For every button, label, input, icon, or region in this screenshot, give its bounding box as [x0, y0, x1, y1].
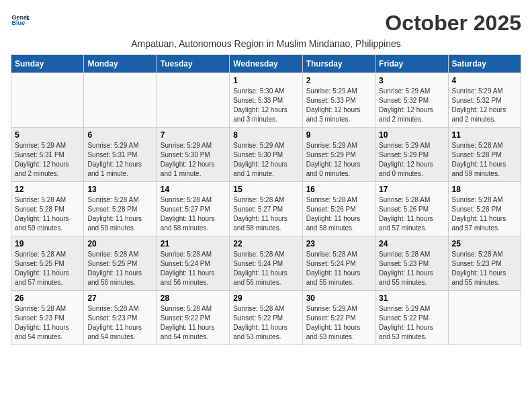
calendar-cell: [157, 73, 229, 128]
calendar-cell: 23Sunrise: 5:28 AMSunset: 5:24 PMDayligh…: [302, 236, 375, 291]
calendar-subtitle: Ampatuan, Autonomous Region in Muslim Mi…: [11, 38, 521, 49]
calendar-cell: 10Sunrise: 5:29 AMSunset: 5:29 PMDayligh…: [375, 128, 448, 182]
day-number: 28: [161, 293, 226, 303]
day-info: Sunrise: 5:28 AMSunset: 5:22 PMDaylight:…: [161, 304, 226, 342]
day-info: Sunrise: 5:28 AMSunset: 5:27 PMDaylight:…: [161, 195, 226, 233]
calendar-cell: 18Sunrise: 5:28 AMSunset: 5:26 PMDayligh…: [448, 182, 521, 236]
calendar-cell: 27Sunrise: 5:28 AMSunset: 5:23 PMDayligh…: [84, 291, 157, 345]
calendar-cell: 19Sunrise: 5:28 AMSunset: 5:25 PMDayligh…: [11, 236, 84, 291]
calendar-cell: 25Sunrise: 5:28 AMSunset: 5:23 PMDayligh…: [448, 236, 521, 291]
day-info: Sunrise: 5:30 AMSunset: 5:33 PMDaylight:…: [233, 87, 298, 124]
column-header-tuesday: Tuesday: [157, 55, 229, 73]
day-info: Sunrise: 5:29 AMSunset: 5:31 PMDaylight:…: [87, 141, 152, 179]
day-info: Sunrise: 5:29 AMSunset: 5:29 PMDaylight:…: [379, 141, 444, 179]
day-number: 1: [233, 76, 298, 85]
day-info: Sunrise: 5:28 AMSunset: 5:24 PMDaylight:…: [306, 250, 371, 287]
day-info: Sunrise: 5:28 AMSunset: 5:26 PMDaylight:…: [306, 195, 371, 233]
calendar-cell: 24Sunrise: 5:28 AMSunset: 5:23 PMDayligh…: [375, 236, 448, 291]
calendar-cell: 22Sunrise: 5:28 AMSunset: 5:24 PMDayligh…: [230, 236, 302, 291]
day-info: Sunrise: 5:28 AMSunset: 5:24 PMDaylight:…: [161, 250, 226, 287]
day-info: Sunrise: 5:29 AMSunset: 5:31 PMDaylight:…: [15, 141, 80, 179]
day-number: 2: [306, 76, 371, 85]
day-info: Sunrise: 5:28 AMSunset: 5:23 PMDaylight:…: [379, 250, 444, 287]
day-number: 31: [379, 293, 444, 303]
day-info: Sunrise: 5:28 AMSunset: 5:27 PMDaylight:…: [233, 195, 298, 233]
day-number: 9: [306, 130, 371, 140]
day-number: 15: [233, 185, 298, 194]
calendar-cell: 16Sunrise: 5:28 AMSunset: 5:26 PMDayligh…: [302, 182, 375, 236]
day-info: Sunrise: 5:28 AMSunset: 5:25 PMDaylight:…: [15, 250, 80, 287]
calendar-cell: 20Sunrise: 5:28 AMSunset: 5:25 PMDayligh…: [84, 236, 157, 291]
svg-text:Blue: Blue: [11, 19, 25, 26]
day-number: 12: [15, 185, 80, 194]
day-info: Sunrise: 5:29 AMSunset: 5:32 PMDaylight:…: [379, 87, 444, 124]
day-info: Sunrise: 5:28 AMSunset: 5:25 PMDaylight:…: [87, 250, 152, 287]
day-number: 10: [379, 130, 444, 140]
calendar-cell: 1Sunrise: 5:30 AMSunset: 5:33 PMDaylight…: [230, 73, 302, 128]
calendar-cell: 29Sunrise: 5:28 AMSunset: 5:22 PMDayligh…: [230, 291, 302, 345]
day-info: Sunrise: 5:29 AMSunset: 5:30 PMDaylight:…: [233, 141, 298, 179]
day-number: 13: [87, 185, 152, 194]
calendar-cell: [448, 291, 521, 345]
day-number: 3: [379, 76, 444, 85]
calendar-cell: 15Sunrise: 5:28 AMSunset: 5:27 PMDayligh…: [230, 182, 302, 236]
day-info: Sunrise: 5:28 AMSunset: 5:28 PMDaylight:…: [15, 195, 80, 233]
day-number: 11: [452, 130, 517, 140]
day-number: 17: [379, 185, 444, 194]
day-info: Sunrise: 5:28 AMSunset: 5:24 PMDaylight:…: [233, 250, 298, 287]
column-header-wednesday: Wednesday: [230, 55, 302, 73]
day-info: Sunrise: 5:28 AMSunset: 5:23 PMDaylight:…: [452, 250, 517, 287]
day-info: Sunrise: 5:28 AMSunset: 5:22 PMDaylight:…: [233, 304, 298, 342]
day-number: 25: [452, 239, 517, 248]
day-number: 14: [161, 185, 226, 194]
day-info: Sunrise: 5:28 AMSunset: 5:28 PMDaylight:…: [452, 141, 517, 179]
day-number: 24: [379, 239, 444, 248]
day-number: 30: [306, 293, 371, 303]
day-number: 4: [452, 76, 517, 85]
day-number: 6: [87, 130, 152, 140]
day-number: 8: [233, 130, 298, 140]
calendar-cell: 13Sunrise: 5:28 AMSunset: 5:28 PMDayligh…: [84, 182, 157, 236]
day-number: 23: [306, 239, 371, 248]
calendar-cell: 7Sunrise: 5:29 AMSunset: 5:30 PMDaylight…: [157, 128, 229, 182]
day-info: Sunrise: 5:29 AMSunset: 5:33 PMDaylight:…: [306, 87, 371, 124]
day-number: 20: [87, 239, 152, 248]
day-info: Sunrise: 5:28 AMSunset: 5:23 PMDaylight:…: [15, 304, 80, 342]
calendar-cell: 11Sunrise: 5:28 AMSunset: 5:28 PMDayligh…: [448, 128, 521, 182]
calendar-cell: 3Sunrise: 5:29 AMSunset: 5:32 PMDaylight…: [375, 73, 448, 128]
calendar-cell: 9Sunrise: 5:29 AMSunset: 5:29 PMDaylight…: [302, 128, 375, 182]
calendar-cell: 30Sunrise: 5:29 AMSunset: 5:22 PMDayligh…: [302, 291, 375, 345]
column-header-monday: Monday: [84, 55, 157, 73]
day-number: 26: [15, 293, 80, 303]
logo: General Blue: [11, 11, 30, 30]
calendar-cell: 14Sunrise: 5:28 AMSunset: 5:27 PMDayligh…: [157, 182, 229, 236]
calendar-cell: 31Sunrise: 5:29 AMSunset: 5:22 PMDayligh…: [375, 291, 448, 345]
day-info: Sunrise: 5:29 AMSunset: 5:32 PMDaylight:…: [452, 87, 517, 124]
day-info: Sunrise: 5:28 AMSunset: 5:26 PMDaylight:…: [379, 195, 444, 233]
month-title: October 2025: [385, 11, 521, 36]
day-number: 7: [161, 130, 226, 140]
day-number: 5: [15, 130, 80, 140]
column-header-friday: Friday: [375, 55, 448, 73]
calendar-cell: 17Sunrise: 5:28 AMSunset: 5:26 PMDayligh…: [375, 182, 448, 236]
calendar-cell: 26Sunrise: 5:28 AMSunset: 5:23 PMDayligh…: [11, 291, 84, 345]
day-number: 27: [87, 293, 152, 303]
column-header-saturday: Saturday: [448, 55, 521, 73]
day-number: 29: [233, 293, 298, 303]
calendar-cell: [84, 73, 157, 128]
day-info: Sunrise: 5:29 AMSunset: 5:22 PMDaylight:…: [379, 304, 444, 342]
day-info: Sunrise: 5:29 AMSunset: 5:22 PMDaylight:…: [306, 304, 371, 342]
calendar-cell: 12Sunrise: 5:28 AMSunset: 5:28 PMDayligh…: [11, 182, 84, 236]
calendar-cell: 21Sunrise: 5:28 AMSunset: 5:24 PMDayligh…: [157, 236, 229, 291]
calendar-cell: 28Sunrise: 5:28 AMSunset: 5:22 PMDayligh…: [157, 291, 229, 345]
calendar-cell: 8Sunrise: 5:29 AMSunset: 5:30 PMDaylight…: [230, 128, 302, 182]
calendar-cell: [11, 73, 84, 128]
day-number: 22: [233, 239, 298, 248]
day-number: 21: [161, 239, 226, 248]
day-number: 18: [452, 185, 517, 194]
day-info: Sunrise: 5:29 AMSunset: 5:29 PMDaylight:…: [306, 141, 371, 179]
day-info: Sunrise: 5:28 AMSunset: 5:23 PMDaylight:…: [87, 304, 152, 342]
day-number: 19: [15, 239, 80, 248]
calendar-table: SundayMondayTuesdayWednesdayThursdayFrid…: [11, 54, 521, 345]
day-info: Sunrise: 5:28 AMSunset: 5:28 PMDaylight:…: [87, 195, 152, 233]
